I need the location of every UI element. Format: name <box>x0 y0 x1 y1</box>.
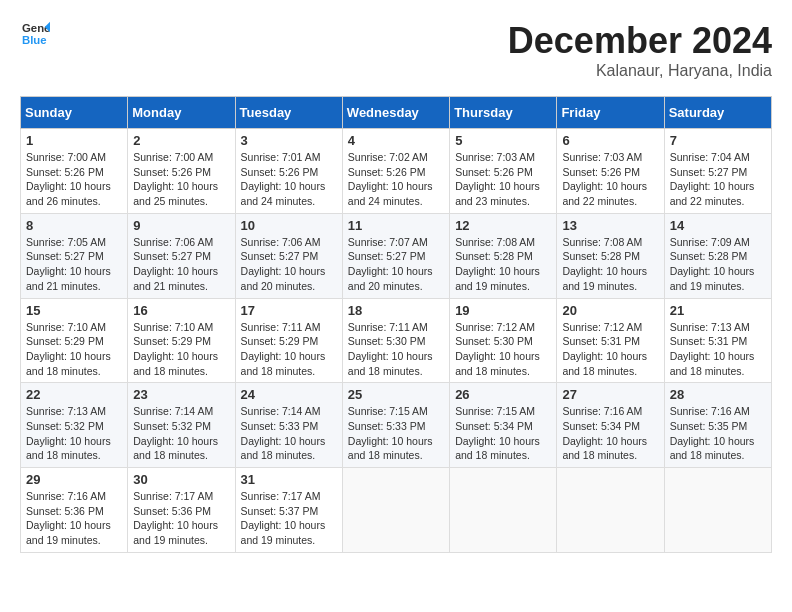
calendar-cell: 18Sunrise: 7:11 AMSunset: 5:30 PMDayligh… <box>342 298 449 383</box>
calendar-week-row: 22Sunrise: 7:13 AMSunset: 5:32 PMDayligh… <box>21 383 772 468</box>
location: Kalanaur, Haryana, India <box>508 62 772 80</box>
calendar-cell <box>450 468 557 553</box>
calendar-cell: 26Sunrise: 7:15 AMSunset: 5:34 PMDayligh… <box>450 383 557 468</box>
logo-icon: General Blue <box>22 20 50 48</box>
logo: General Blue <box>20 20 50 52</box>
weekday-header: Monday <box>128 97 235 129</box>
day-number: 27 <box>562 387 658 402</box>
svg-text:General: General <box>22 22 50 34</box>
day-number: 30 <box>133 472 229 487</box>
calendar-cell: 5Sunrise: 7:03 AMSunset: 5:26 PMDaylight… <box>450 129 557 214</box>
day-number: 4 <box>348 133 444 148</box>
calendar-cell: 22Sunrise: 7:13 AMSunset: 5:32 PMDayligh… <box>21 383 128 468</box>
calendar-week-row: 8Sunrise: 7:05 AMSunset: 5:27 PMDaylight… <box>21 213 772 298</box>
calendar-table: SundayMondayTuesdayWednesdayThursdayFrid… <box>20 96 772 553</box>
calendar-cell: 28Sunrise: 7:16 AMSunset: 5:35 PMDayligh… <box>664 383 771 468</box>
day-number: 23 <box>133 387 229 402</box>
cell-info: Sunrise: 7:16 AMSunset: 5:34 PMDaylight:… <box>562 405 647 461</box>
day-number: 6 <box>562 133 658 148</box>
calendar-cell: 12Sunrise: 7:08 AMSunset: 5:28 PMDayligh… <box>450 213 557 298</box>
weekday-header: Thursday <box>450 97 557 129</box>
calendar-cell: 11Sunrise: 7:07 AMSunset: 5:27 PMDayligh… <box>342 213 449 298</box>
day-number: 21 <box>670 303 766 318</box>
calendar-cell <box>557 468 664 553</box>
calendar-cell: 19Sunrise: 7:12 AMSunset: 5:30 PMDayligh… <box>450 298 557 383</box>
calendar-cell: 25Sunrise: 7:15 AMSunset: 5:33 PMDayligh… <box>342 383 449 468</box>
calendar-cell: 15Sunrise: 7:10 AMSunset: 5:29 PMDayligh… <box>21 298 128 383</box>
cell-info: Sunrise: 7:05 AMSunset: 5:27 PMDaylight:… <box>26 236 111 292</box>
weekday-header: Saturday <box>664 97 771 129</box>
cell-info: Sunrise: 7:07 AMSunset: 5:27 PMDaylight:… <box>348 236 433 292</box>
calendar-cell: 17Sunrise: 7:11 AMSunset: 5:29 PMDayligh… <box>235 298 342 383</box>
cell-info: Sunrise: 7:17 AMSunset: 5:37 PMDaylight:… <box>241 490 326 546</box>
day-number: 22 <box>26 387 122 402</box>
calendar-header-row: SundayMondayTuesdayWednesdayThursdayFrid… <box>21 97 772 129</box>
cell-info: Sunrise: 7:03 AMSunset: 5:26 PMDaylight:… <box>562 151 647 207</box>
cell-info: Sunrise: 7:02 AMSunset: 5:26 PMDaylight:… <box>348 151 433 207</box>
calendar-week-row: 1Sunrise: 7:00 AMSunset: 5:26 PMDaylight… <box>21 129 772 214</box>
cell-info: Sunrise: 7:14 AMSunset: 5:32 PMDaylight:… <box>133 405 218 461</box>
day-number: 11 <box>348 218 444 233</box>
calendar-body: 1Sunrise: 7:00 AMSunset: 5:26 PMDaylight… <box>21 129 772 553</box>
day-number: 19 <box>455 303 551 318</box>
day-number: 17 <box>241 303 337 318</box>
cell-info: Sunrise: 7:08 AMSunset: 5:28 PMDaylight:… <box>562 236 647 292</box>
day-number: 18 <box>348 303 444 318</box>
calendar-cell: 9Sunrise: 7:06 AMSunset: 5:27 PMDaylight… <box>128 213 235 298</box>
calendar-cell <box>664 468 771 553</box>
cell-info: Sunrise: 7:16 AMSunset: 5:36 PMDaylight:… <box>26 490 111 546</box>
calendar-cell: 13Sunrise: 7:08 AMSunset: 5:28 PMDayligh… <box>557 213 664 298</box>
weekday-header: Friday <box>557 97 664 129</box>
day-number: 15 <box>26 303 122 318</box>
day-number: 2 <box>133 133 229 148</box>
day-number: 24 <box>241 387 337 402</box>
day-number: 26 <box>455 387 551 402</box>
cell-info: Sunrise: 7:12 AMSunset: 5:30 PMDaylight:… <box>455 321 540 377</box>
day-number: 28 <box>670 387 766 402</box>
cell-info: Sunrise: 7:17 AMSunset: 5:36 PMDaylight:… <box>133 490 218 546</box>
day-number: 20 <box>562 303 658 318</box>
cell-info: Sunrise: 7:06 AMSunset: 5:27 PMDaylight:… <box>241 236 326 292</box>
calendar-cell: 8Sunrise: 7:05 AMSunset: 5:27 PMDaylight… <box>21 213 128 298</box>
header: General Blue December 2024 Kalanaur, Har… <box>20 20 772 80</box>
day-number: 29 <box>26 472 122 487</box>
calendar-cell: 10Sunrise: 7:06 AMSunset: 5:27 PMDayligh… <box>235 213 342 298</box>
cell-info: Sunrise: 7:14 AMSunset: 5:33 PMDaylight:… <box>241 405 326 461</box>
cell-info: Sunrise: 7:11 AMSunset: 5:29 PMDaylight:… <box>241 321 326 377</box>
calendar-cell: 30Sunrise: 7:17 AMSunset: 5:36 PMDayligh… <box>128 468 235 553</box>
calendar-cell <box>342 468 449 553</box>
day-number: 7 <box>670 133 766 148</box>
calendar-cell: 27Sunrise: 7:16 AMSunset: 5:34 PMDayligh… <box>557 383 664 468</box>
cell-info: Sunrise: 7:13 AMSunset: 5:32 PMDaylight:… <box>26 405 111 461</box>
cell-info: Sunrise: 7:10 AMSunset: 5:29 PMDaylight:… <box>133 321 218 377</box>
day-number: 10 <box>241 218 337 233</box>
calendar-cell: 31Sunrise: 7:17 AMSunset: 5:37 PMDayligh… <box>235 468 342 553</box>
calendar-cell: 14Sunrise: 7:09 AMSunset: 5:28 PMDayligh… <box>664 213 771 298</box>
calendar-cell: 29Sunrise: 7:16 AMSunset: 5:36 PMDayligh… <box>21 468 128 553</box>
cell-info: Sunrise: 7:03 AMSunset: 5:26 PMDaylight:… <box>455 151 540 207</box>
cell-info: Sunrise: 7:08 AMSunset: 5:28 PMDaylight:… <box>455 236 540 292</box>
calendar-cell: 23Sunrise: 7:14 AMSunset: 5:32 PMDayligh… <box>128 383 235 468</box>
weekday-header: Wednesday <box>342 97 449 129</box>
calendar-cell: 1Sunrise: 7:00 AMSunset: 5:26 PMDaylight… <box>21 129 128 214</box>
day-number: 1 <box>26 133 122 148</box>
calendar-cell: 21Sunrise: 7:13 AMSunset: 5:31 PMDayligh… <box>664 298 771 383</box>
calendar-week-row: 15Sunrise: 7:10 AMSunset: 5:29 PMDayligh… <box>21 298 772 383</box>
day-number: 31 <box>241 472 337 487</box>
calendar-cell: 4Sunrise: 7:02 AMSunset: 5:26 PMDaylight… <box>342 129 449 214</box>
calendar-cell: 2Sunrise: 7:00 AMSunset: 5:26 PMDaylight… <box>128 129 235 214</box>
cell-info: Sunrise: 7:01 AMSunset: 5:26 PMDaylight:… <box>241 151 326 207</box>
cell-info: Sunrise: 7:00 AMSunset: 5:26 PMDaylight:… <box>133 151 218 207</box>
day-number: 5 <box>455 133 551 148</box>
title-area: December 2024 Kalanaur, Haryana, India <box>508 20 772 80</box>
cell-info: Sunrise: 7:00 AMSunset: 5:26 PMDaylight:… <box>26 151 111 207</box>
calendar-cell: 16Sunrise: 7:10 AMSunset: 5:29 PMDayligh… <box>128 298 235 383</box>
day-number: 9 <box>133 218 229 233</box>
calendar-cell: 6Sunrise: 7:03 AMSunset: 5:26 PMDaylight… <box>557 129 664 214</box>
day-number: 13 <box>562 218 658 233</box>
cell-info: Sunrise: 7:09 AMSunset: 5:28 PMDaylight:… <box>670 236 755 292</box>
cell-info: Sunrise: 7:16 AMSunset: 5:35 PMDaylight:… <box>670 405 755 461</box>
month-title: December 2024 <box>508 20 772 62</box>
calendar-cell: 7Sunrise: 7:04 AMSunset: 5:27 PMDaylight… <box>664 129 771 214</box>
day-number: 25 <box>348 387 444 402</box>
